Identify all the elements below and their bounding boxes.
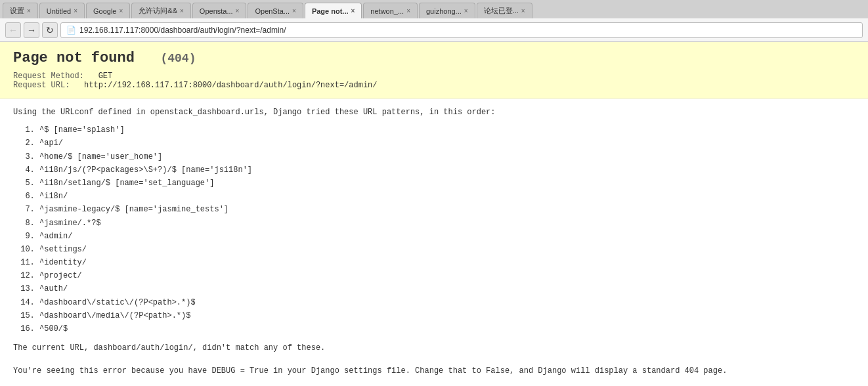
back-button[interactable]: ← bbox=[5, 22, 21, 38]
tab-label: Google bbox=[93, 7, 116, 15]
tab-close-icon[interactable]: × bbox=[292, 7, 296, 14]
tab-close-icon[interactable]: × bbox=[464, 7, 468, 14]
tab-label: 论坛已登... bbox=[484, 6, 519, 16]
tab-close-icon[interactable]: × bbox=[521, 7, 525, 14]
tab-close-icon[interactable]: × bbox=[119, 7, 123, 14]
forward-button[interactable]: → bbox=[24, 22, 39, 38]
tab-label: Page not... bbox=[312, 7, 349, 15]
list-item: ^api/ bbox=[39, 137, 855, 150]
tab-close-icon[interactable]: × bbox=[351, 7, 355, 14]
tab-label: netwon_... bbox=[370, 7, 404, 15]
request-url-value: http://192.168.117.117:8000/dashboard/au… bbox=[84, 81, 377, 90]
list-item: ^jasmine-legacy/$ [name='jasmine_tests'] bbox=[39, 204, 855, 216]
list-item: ^$ [name='splash'] bbox=[39, 124, 855, 137]
error-body: Using the URLconf defined in openstack_d… bbox=[0, 98, 868, 386]
url-pattern-list: ^$ [name='splash'] ^api/ ^home/$ [name='… bbox=[13, 124, 855, 335]
tab-label: Opensta... bbox=[200, 7, 233, 15]
nav-bar: ← → ↻ 📄 192.168.117.117:8000/dashboard/a… bbox=[0, 18, 868, 42]
list-item: ^home/$ [name='user_home'] bbox=[39, 151, 855, 163]
list-item: ^i18n/setlang/$ [name='set_language'] bbox=[39, 177, 855, 190]
tab-settings[interactable]: 设置 × bbox=[3, 3, 38, 18]
tab-close-icon[interactable]: × bbox=[180, 7, 184, 14]
tab-label: 设置 bbox=[10, 6, 24, 16]
request-url-label: Request URL: bbox=[13, 81, 70, 90]
list-item: ^dashboard\/static\/(?P<path>.*)$ bbox=[39, 297, 855, 309]
request-method-label: Request Method: bbox=[13, 72, 84, 81]
tab-bar: 设置 × Untitled × Google × 允许访问&& × Openst… bbox=[0, 0, 868, 18]
current-url-message: The current URL, dashboard/auth/login/, … bbox=[13, 342, 855, 354]
tab-close-icon[interactable]: × bbox=[406, 7, 410, 14]
list-item: ^dashboard\/media\/(?P<path>.*)$ bbox=[39, 310, 855, 322]
tab-page-not-found[interactable]: Page not... × bbox=[305, 3, 362, 18]
address-text: 192.168.117.117:8000/dashboard/auth/logi… bbox=[79, 26, 286, 35]
page-icon: 📄 bbox=[66, 26, 76, 35]
list-item: ^500/$ bbox=[39, 323, 855, 335]
request-url-row: Request URL: http://192.168.117.117:8000… bbox=[13, 81, 855, 90]
list-item: ^settings/ bbox=[39, 244, 855, 256]
error-code: (404) bbox=[160, 52, 196, 65]
tab-label: 允许访问&& bbox=[139, 6, 177, 16]
tab-close-icon[interactable]: × bbox=[74, 7, 77, 14]
error-header: Page not found (404) Request Method: GET… bbox=[0, 42, 868, 98]
tab-close-icon[interactable]: × bbox=[27, 7, 31, 14]
tab-google[interactable]: Google × bbox=[86, 3, 130, 18]
url-conf-intro: Using the URLconf defined in openstack_d… bbox=[13, 106, 855, 119]
error-title: Page not found (404) bbox=[13, 50, 855, 66]
debug-message: You're seeing this error because you hav… bbox=[13, 365, 855, 377]
list-item: ^jasmine/.*?$ bbox=[39, 217, 855, 230]
tab-allow[interactable]: 允许访问&& × bbox=[131, 3, 191, 18]
tab-untitled[interactable]: Untitled × bbox=[39, 3, 85, 18]
list-item: ^auth/ bbox=[39, 283, 855, 295]
browser-frame: 设置 × Untitled × Google × 允许访问&& × Openst… bbox=[0, 0, 868, 386]
tab-opensta1[interactable]: Opensta... × bbox=[192, 3, 247, 18]
list-item: ^identity/ bbox=[39, 257, 855, 269]
request-method-value: GET bbox=[98, 72, 113, 81]
tab-label: Untitled bbox=[47, 7, 71, 15]
tab-close-icon[interactable]: × bbox=[236, 7, 240, 14]
request-method-row: Request Method: GET bbox=[13, 72, 855, 81]
list-item: ^admin/ bbox=[39, 230, 855, 243]
list-item: ^project/ bbox=[39, 270, 855, 282]
tab-opensta2[interactable]: OpenSta... × bbox=[248, 3, 303, 18]
error-title-text: Page not found bbox=[13, 50, 135, 66]
refresh-button[interactable]: ↻ bbox=[42, 22, 58, 38]
list-item: ^i18n/ bbox=[39, 190, 855, 203]
address-bar[interactable]: 📄 192.168.117.117:8000/dashboard/auth/lo… bbox=[60, 22, 863, 38]
tab-netwon[interactable]: netwon_... × bbox=[363, 3, 418, 18]
page-content: Page not found (404) Request Method: GET… bbox=[0, 42, 868, 386]
tab-guizhong[interactable]: guizhong... × bbox=[419, 3, 475, 18]
tab-label: guizhong... bbox=[426, 7, 462, 15]
tab-forum[interactable]: 论坛已登... × bbox=[477, 3, 532, 18]
list-item: ^i18n/js/(?P<packages>\S+?)/$ [name='jsi… bbox=[39, 164, 855, 177]
tab-label: OpenSta... bbox=[255, 7, 290, 15]
